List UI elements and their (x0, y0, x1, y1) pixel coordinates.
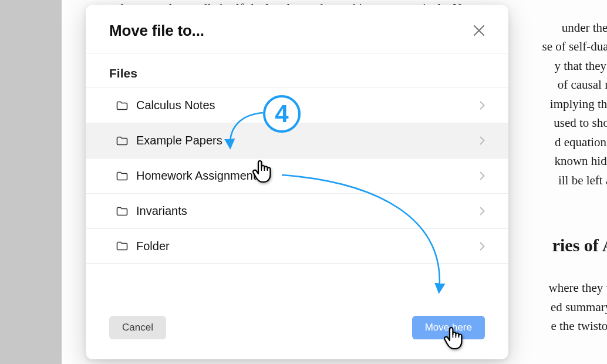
chevron-right-icon (480, 101, 485, 110)
folder-icon (116, 136, 128, 146)
files-section-label: Files (86, 53, 508, 87)
folder-icon (116, 241, 128, 251)
modal-header: Move file to... (86, 5, 508, 53)
chevron-right-icon (480, 171, 485, 180)
folder-item-example-papers[interactable]: Example Papers (86, 123, 508, 158)
move-file-modal: Move file to... Files Calculus Notes (86, 5, 508, 359)
folder-icon (116, 171, 128, 181)
folder-item-homework-assignments[interactable]: Homework Assignments (86, 158, 508, 193)
folder-item-invariants[interactable]: Invariants (86, 193, 508, 228)
folder-label: Homework Assignments (136, 169, 471, 183)
bg-line-text: e the twistor o (551, 319, 607, 333)
folder-label: Invariants (136, 204, 471, 218)
folder-label: Calculus Notes (136, 99, 471, 112)
chevron-right-icon (480, 136, 485, 145)
folder-label: Folder (136, 240, 471, 253)
move-here-button[interactable]: Move here (412, 316, 485, 339)
close-icon (473, 24, 485, 37)
chevron-right-icon (480, 207, 485, 215)
folder-icon (116, 207, 128, 216)
folder-item-calculus-notes[interactable]: Calculus Notes (86, 87, 508, 123)
page-gutter (0, 0, 62, 364)
folder-list: Calculus Notes Example Papers (86, 87, 508, 311)
folder-item-folder[interactable]: Folder (86, 228, 508, 264)
chevron-right-icon (480, 242, 485, 251)
modal-footer: Cancel Move here (86, 311, 508, 359)
folder-icon (116, 101, 128, 110)
close-button[interactable] (468, 20, 490, 41)
cancel-button[interactable]: Cancel (109, 316, 166, 339)
modal-title: Move file to... (109, 22, 204, 40)
folder-label: Example Papers (136, 134, 471, 147)
